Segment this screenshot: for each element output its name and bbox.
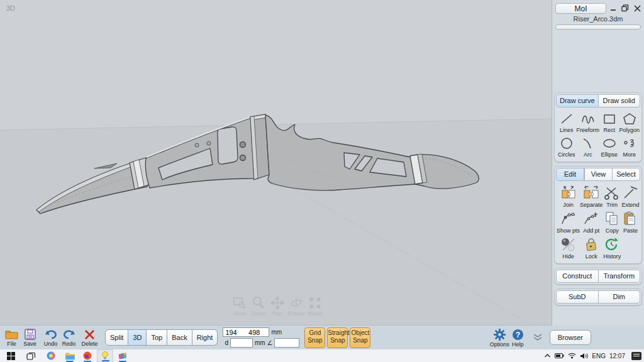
add-point-icon: [583, 211, 599, 226]
tool-paste[interactable]: Paste: [621, 209, 640, 235]
distance-input[interactable]: [230, 338, 253, 348]
construct-button[interactable]: Construct: [556, 270, 599, 283]
reset-label: Reset: [308, 310, 323, 317]
tool-separate[interactable]: Separate: [580, 184, 603, 209]
magnifier-icon: [252, 296, 265, 310]
minimize-button[interactable]: [608, 3, 618, 13]
object-snap-toggle[interactable]: Object Snap: [350, 327, 370, 348]
freeform-icon: [580, 112, 596, 126]
coordinate-readout: mm d mm ∠: [223, 327, 299, 348]
tool-ellipse[interactable]: Ellipse: [599, 134, 619, 159]
tool-freeform[interactable]: Freeform: [576, 110, 599, 134]
redo-button[interactable]: Redo: [60, 329, 78, 347]
reset-button[interactable]: Reset: [307, 296, 323, 317]
tool-show-pts[interactable]: Show pts: [557, 209, 580, 235]
battery-icon[interactable]: [555, 353, 564, 359]
clock[interactable]: 12:07: [609, 353, 625, 359]
tool-trim[interactable]: Trim: [603, 184, 621, 209]
tab-draw-curve[interactable]: Draw curve: [556, 94, 599, 107]
pan-label: Pan: [272, 310, 282, 317]
file-button[interactable]: File: [3, 329, 21, 347]
xyz-coordinates-input[interactable]: [223, 327, 269, 337]
reset-icon: [308, 296, 322, 310]
tool-copy[interactable]: Copy: [603, 209, 621, 235]
circles-icon: [559, 136, 574, 150]
tool-arc[interactable]: Arc: [576, 134, 599, 159]
lightbulb-icon: [101, 351, 109, 360]
viewport-3d[interactable]: 3D Area Zoom Pan Rotate: [0, 0, 552, 326]
tool-lock[interactable]: Lock: [580, 235, 603, 261]
graphics-app-button[interactable]: [114, 349, 131, 362]
tab-edit[interactable]: Edit: [556, 168, 584, 181]
speaker-icon[interactable]: [580, 353, 588, 359]
hide-icon: [560, 237, 577, 252]
straight-snap-toggle[interactable]: Straight Snap: [327, 327, 348, 348]
notification-center-icon[interactable]: [631, 352, 641, 360]
model-canvas[interactable]: [0, 0, 552, 326]
undo-button[interactable]: Undo: [42, 329, 60, 347]
restore-button[interactable]: [620, 3, 630, 13]
tool-history[interactable]: History: [603, 235, 621, 261]
tab-view[interactable]: View: [584, 168, 613, 181]
tool-add-pt[interactable]: Add pt: [580, 209, 603, 235]
firefox-button[interactable]: [79, 349, 96, 362]
browser-button[interactable]: Browser: [550, 330, 591, 345]
file-explorer-button[interactable]: [62, 349, 78, 362]
tool-more[interactable]: More: [619, 134, 640, 159]
chevron-down-icon[interactable]: [532, 333, 543, 342]
paste-icon: [622, 211, 638, 226]
tool-circles[interactable]: Circles: [557, 134, 576, 159]
side-panel: MoI Riser_Arco.3dm Draw curve Draw solid…: [552, 0, 644, 326]
copilot-button[interactable]: [43, 349, 59, 362]
separate-icon: [583, 185, 599, 200]
rotate-button[interactable]: Rotate: [288, 296, 304, 317]
rotate-icon: [289, 296, 303, 310]
close-button[interactable]: [632, 3, 642, 13]
start-button[interactable]: [3, 349, 19, 362]
moi-app-button[interactable]: [97, 349, 113, 362]
history-icon: [604, 237, 620, 252]
tool-polygon[interactable]: Polygon: [619, 110, 640, 134]
tool-extend[interactable]: Extend: [621, 184, 640, 209]
viewport-label: 3D: [6, 4, 15, 12]
view-tab-right[interactable]: Right: [192, 329, 218, 346]
redo-arrow-icon: [63, 329, 75, 340]
tool-join[interactable]: Join: [557, 184, 580, 209]
wifi-icon[interactable]: [568, 353, 576, 359]
graphics-app-icon: [118, 352, 127, 360]
area-zoom-button[interactable]: Area: [231, 296, 248, 317]
tab-select[interactable]: Select: [613, 168, 640, 181]
transform-button[interactable]: Transform: [599, 270, 641, 283]
dim-button[interactable]: Dim: [599, 290, 641, 304]
copy-icon: [604, 211, 620, 226]
tool-lines[interactable]: Lines: [557, 110, 576, 134]
view-tab-split[interactable]: Split: [105, 329, 128, 346]
rect-icon: [602, 112, 617, 126]
delete-button[interactable]: Delete: [80, 329, 99, 347]
help-button[interactable]: ? Help: [509, 329, 527, 348]
language-indicator[interactable]: ENG: [592, 353, 606, 359]
angle-input[interactable]: [274, 338, 299, 348]
tool-rect[interactable]: Rect: [599, 110, 619, 134]
show-points-icon: [560, 211, 577, 226]
lock-icon: [583, 237, 599, 252]
view-tab-back[interactable]: Back: [167, 329, 192, 346]
close-icon: [634, 5, 641, 12]
rotate-label: Rotate: [288, 310, 305, 317]
tab-draw-solid[interactable]: Draw solid: [599, 94, 641, 107]
options-button[interactable]: Options: [491, 329, 509, 348]
grid-snap-toggle[interactable]: Grid Snap: [304, 327, 325, 348]
tray-chevron-up-icon[interactable]: [544, 353, 551, 358]
app-title[interactable]: MoI: [555, 3, 606, 14]
tool-hide[interactable]: Hide: [557, 235, 580, 261]
pan-icon: [270, 296, 284, 310]
windows-logo-icon: [7, 352, 15, 360]
pan-button[interactable]: Pan: [269, 296, 286, 317]
zoom-button[interactable]: Zoom: [250, 296, 267, 317]
save-button[interactable]: Save: [21, 329, 39, 347]
edit-panel: Edit View Select Join: [554, 166, 642, 264]
subd-button[interactable]: SubD: [556, 290, 599, 304]
view-tab-3d[interactable]: 3D: [128, 329, 147, 346]
task-view-button[interactable]: [23, 349, 39, 362]
view-tab-top[interactable]: Top: [147, 329, 167, 346]
